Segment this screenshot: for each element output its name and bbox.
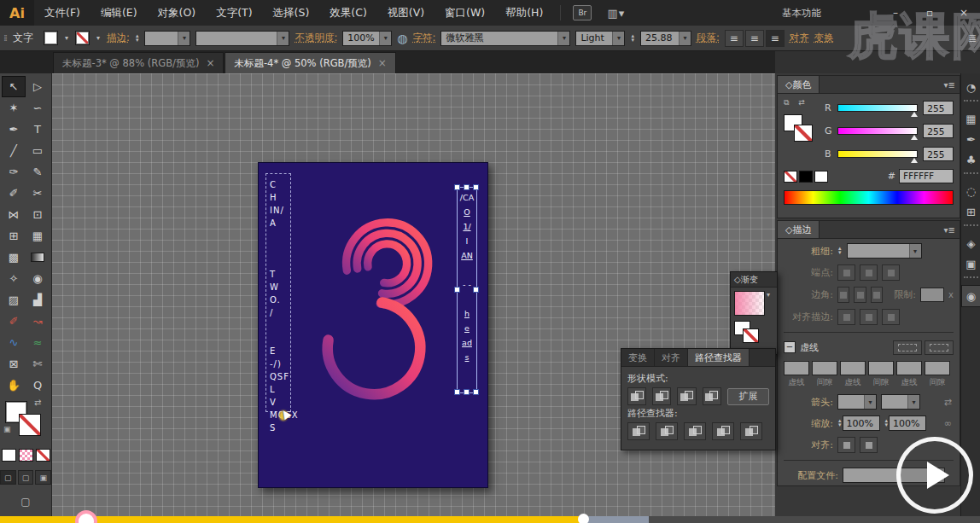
draw-mode-button[interactable]: ▢ xyxy=(18,470,34,485)
dash-value-field[interactable] xyxy=(868,361,894,375)
gradient-swatch[interactable] xyxy=(734,291,765,316)
width-tool[interactable]: ⋈ xyxy=(2,204,26,225)
line-segment-tool[interactable]: ╱ xyxy=(2,140,26,161)
symbols-panel-icon[interactable]: ♣ xyxy=(962,149,980,170)
none-swatch[interactable] xyxy=(784,171,797,183)
color-slider-r[interactable] xyxy=(837,104,919,112)
magic-wand-tool[interactable]: ✶ xyxy=(2,97,26,119)
gradient-panel-tab[interactable]: ◇渐变 xyxy=(731,272,777,288)
butt-cap-button[interactable] xyxy=(837,264,855,281)
recolor-artwork-icon[interactable]: ◍ xyxy=(397,32,407,45)
color-slider-b[interactable] xyxy=(837,150,919,158)
link-scale-icon[interactable]: ∞ xyxy=(944,418,952,429)
align-stroke-outside-button[interactable] xyxy=(882,309,900,325)
font-family-dropdown[interactable]: 微软雅黑▾ xyxy=(440,31,570,46)
stroke-weight-stepper[interactable]: ▴▾ xyxy=(136,34,139,43)
opacity-dropdown[interactable]: 100%▾ xyxy=(342,31,392,46)
align-center-button[interactable]: ≡ xyxy=(745,30,764,47)
bevel-join-button[interactable] xyxy=(871,287,883,303)
document-tab[interactable]: 未标题-4* @ 50% (RGB/预览)× xyxy=(225,52,395,73)
menu-item[interactable]: 对象(O) xyxy=(148,0,207,26)
gradient-dropdown-icon[interactable]: ▾ xyxy=(767,291,770,299)
gradient-button[interactable] xyxy=(19,449,33,462)
eyedropper-tool[interactable]: ✧ xyxy=(2,268,26,289)
character-link[interactable]: 字符: xyxy=(413,32,436,44)
graphic-styles-panel-icon[interactable]: ⊞ xyxy=(962,201,980,222)
lasso-tool[interactable]: ∽ xyxy=(26,97,50,119)
blend-tool[interactable]: ◉ xyxy=(26,268,50,289)
opacity-link[interactable]: 不透明度: xyxy=(295,32,337,44)
control-panel-menu-icon[interactable]: ≣ xyxy=(968,32,977,44)
mesh-tool[interactable]: ▩ xyxy=(2,247,26,268)
hex-value-field[interactable]: FFFFFF xyxy=(899,169,954,183)
shape-mode-minus-front[interactable] xyxy=(652,387,671,405)
arrowhead-end-dropdown[interactable]: ▾ xyxy=(881,394,920,410)
tab-panel[interactable]: 变换 xyxy=(621,349,655,366)
align-right-button[interactable]: ≡ xyxy=(766,30,785,47)
wave-tool[interactable]: ≈ xyxy=(26,332,50,353)
zigzag-tool[interactable]: ∿ xyxy=(2,332,26,353)
arrange-documents-icon[interactable]: ▥▾ xyxy=(607,7,625,20)
miter-join-button[interactable] xyxy=(837,287,849,303)
shape-mode-exclude[interactable] xyxy=(703,387,721,405)
channel-value-field[interactable]: 255 xyxy=(923,147,954,161)
direct-selection-tool[interactable]: ▷ xyxy=(26,76,50,97)
selection-handle[interactable] xyxy=(473,184,479,190)
arrow-scale-start-field[interactable]: 100% xyxy=(843,415,880,431)
zoom-tool[interactable]: Q xyxy=(26,375,50,396)
width-point-tool[interactable]: ✐ xyxy=(2,311,26,332)
column-graph-tool[interactable]: ▟ xyxy=(26,289,50,311)
color-stroke-box[interactable] xyxy=(794,125,813,142)
arc-tool[interactable]: ↝ xyxy=(26,311,50,332)
tab-pathfinder[interactable]: 路径查找器 xyxy=(688,349,750,366)
video-progress-bar[interactable] xyxy=(0,516,980,523)
workspace-switcher[interactable]: 基本功能 xyxy=(782,7,821,20)
restore-button[interactable]: ▫ xyxy=(919,5,941,20)
pathfinder-divide[interactable] xyxy=(627,422,650,440)
fill-swatch[interactable] xyxy=(44,31,58,45)
default-fill-stroke-icon[interactable]: ▣ xyxy=(3,425,11,433)
stroke-color-box[interactable] xyxy=(19,414,41,436)
layers-panel-icon[interactable]: ◈ xyxy=(962,233,980,253)
bridge-button[interactable]: Br xyxy=(573,5,592,20)
font-size-stepper[interactable]: ▴▾ xyxy=(631,34,634,43)
weight-dropdown[interactable]: ▾ xyxy=(847,243,922,259)
color-button[interactable] xyxy=(2,449,16,462)
tab-close-icon[interactable]: × xyxy=(206,57,214,69)
close-button[interactable]: × xyxy=(953,5,975,20)
color-panel-tab[interactable]: ◇颜色 xyxy=(778,76,820,93)
stroke-swatch[interactable] xyxy=(75,31,90,45)
hand-tool[interactable]: ✋ xyxy=(2,375,26,396)
screen-mode-button[interactable]: ▢ xyxy=(16,495,35,508)
rectangle-tool[interactable]: ▭ xyxy=(26,140,50,161)
stroke-dropdown-icon[interactable]: ▾ xyxy=(95,34,102,42)
numeral-3-artwork[interactable] xyxy=(293,206,455,410)
paragraph-link[interactable]: 段落: xyxy=(697,32,720,44)
menu-item[interactable]: 文件(F) xyxy=(34,0,90,26)
selection-tool[interactable]: ↖ xyxy=(2,76,26,97)
dash-value-field[interactable] xyxy=(784,361,809,375)
pathfinder-merge[interactable] xyxy=(684,422,706,440)
arrow-align-tip-button[interactable] xyxy=(837,437,855,453)
round-cap-button[interactable] xyxy=(860,264,878,281)
projecting-cap-button[interactable] xyxy=(882,264,900,281)
dash-value-field[interactable] xyxy=(812,361,837,375)
align-left-button[interactable]: ≡ xyxy=(725,30,744,47)
poster-left-text[interactable]: CHIN/A TWO./ E-/)QSFLVMOSXS xyxy=(270,178,299,434)
brushes-panel-icon[interactable]: ✒ xyxy=(962,129,980,149)
color-spectrum-bar[interactable] xyxy=(784,190,954,205)
none-button[interactable] xyxy=(36,449,50,462)
channel-value-field[interactable]: 255 xyxy=(923,101,954,115)
font-style-dropdown[interactable]: Light▾ xyxy=(575,31,625,46)
tab-close-icon[interactable]: × xyxy=(378,57,387,69)
align-stroke-center-button[interactable] xyxy=(837,309,855,325)
arrow-scale-end-field[interactable]: 100% xyxy=(889,415,926,431)
shape-mode-intersect[interactable] xyxy=(677,387,696,405)
preserve-dash-button[interactable] xyxy=(893,340,922,355)
align-dash-button[interactable] xyxy=(925,340,954,355)
selection-handle[interactable] xyxy=(473,389,479,395)
miter-limit-field[interactable] xyxy=(920,288,944,302)
selection-handle[interactable] xyxy=(464,389,470,395)
poster-right-text[interactable]: /CAO1/IAN - - heads xyxy=(458,190,475,364)
slider-thumb[interactable] xyxy=(911,112,918,117)
